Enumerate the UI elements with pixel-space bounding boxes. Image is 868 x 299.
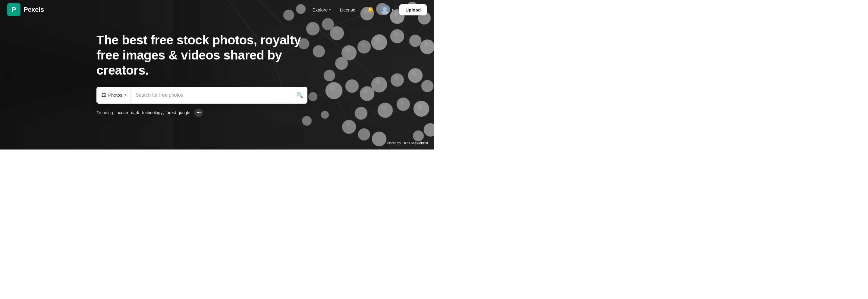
avatar: [380, 4, 390, 15]
trending-row: Trending: ocean , dark , technology , fo…: [96, 108, 307, 117]
explore-chevron-icon: ▾: [329, 8, 331, 11]
search-input[interactable]: [131, 92, 292, 98]
hero-title: The best free stock photos, royalty free…: [96, 33, 307, 78]
search-type-chevron-icon: ▾: [124, 93, 126, 97]
search-bar: 🖼 Photos ▾ 🔍: [96, 87, 307, 104]
search-type-button[interactable]: 🖼 Photos ▾: [96, 87, 131, 104]
trending-tag-forest[interactable]: forest: [165, 110, 176, 115]
search-type-label: Photos: [108, 93, 122, 98]
trending-tag-ocean[interactable]: ocean: [117, 110, 128, 115]
trending-tag-technology[interactable]: technology: [142, 110, 163, 115]
explore-label: Explore: [313, 7, 328, 12]
photo-credit-prefix: Photo by: [387, 141, 401, 145]
upload-button[interactable]: Upload: [399, 4, 427, 16]
svg-point-78: [383, 7, 387, 10]
nav-divider: [362, 7, 362, 13]
more-icon: •••: [196, 111, 201, 115]
user-menu-chevron-icon: ▾: [392, 8, 393, 11]
tag-sep-2: ,: [140, 110, 142, 115]
hero-section: P Pexels Explore ▾ License 🔔: [0, 0, 434, 150]
trending-label: Trending:: [96, 110, 114, 115]
trending-tags: ocean , dark , technology , forest , jun…: [117, 110, 190, 115]
trending-tag-jungle[interactable]: jungle: [179, 110, 190, 115]
tag-sep-4: ,: [176, 110, 179, 115]
logo-text: Pexels: [24, 6, 44, 13]
logo[interactable]: P Pexels: [7, 3, 44, 16]
license-label: License: [340, 7, 355, 12]
tag-sep-3: ,: [163, 110, 165, 115]
hero-content: The best free stock photos, royalty free…: [96, 33, 307, 117]
notifications-bell-icon[interactable]: 🔔: [365, 4, 376, 15]
license-nav-item[interactable]: License: [336, 5, 359, 15]
logo-icon: P: [7, 3, 21, 16]
svg-point-79: [382, 10, 388, 15]
navbar-nav: Explore ▾ License 🔔 ▾: [309, 3, 427, 16]
photo-credit-author-link[interactable]: Kris Møklebust: [404, 141, 428, 145]
search-submit-button[interactable]: 🔍: [292, 87, 307, 104]
tag-sep-1: ,: [128, 110, 131, 115]
search-icon: 🔍: [296, 92, 303, 99]
user-menu[interactable]: ▾: [378, 3, 395, 16]
photo-credit: Photo by Kris Møklebust: [387, 141, 428, 145]
trending-more-button[interactable]: •••: [194, 108, 203, 117]
navbar: P Pexels Explore ▾ License 🔔: [0, 0, 434, 19]
trending-tag-dark[interactable]: dark: [131, 110, 139, 115]
explore-nav-item[interactable]: Explore ▾: [309, 5, 335, 15]
photo-type-icon: 🖼: [101, 92, 106, 98]
